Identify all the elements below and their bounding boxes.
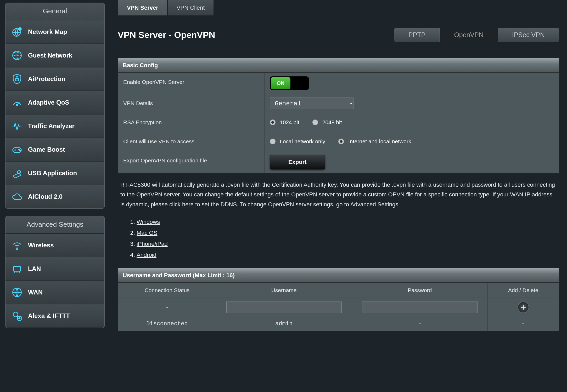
wifi-icon	[11, 239, 23, 252]
users-header: Add / Delete	[488, 283, 559, 298]
svg-point-13	[13, 312, 18, 317]
vpn-type-segments: PPTPOpenVPNIPSec VPN	[394, 28, 559, 42]
vpn-details-label: VPN Details	[118, 94, 265, 113]
add-user-button[interactable]	[518, 302, 529, 313]
os-link[interactable]: Windows	[137, 219, 160, 225]
radio-label: Internet and local network	[348, 138, 411, 145]
sidebar-item-label: Traffic Analyzer	[28, 122, 75, 130]
gamepad-icon	[11, 143, 23, 156]
enable-openvpn-label: Enable OpenVPN Server	[118, 73, 265, 94]
vpn-details-select[interactable]: General	[270, 98, 353, 109]
os-link[interactable]: Mac OS	[137, 230, 157, 236]
sidebar-item-label: Network Map	[28, 28, 67, 36]
sidebar-general-group: General Network MapGuest NetworkAiProtec…	[5, 3, 105, 209]
sidebar-item-label: WAN	[28, 289, 43, 296]
segment-ipsec-vpn[interactable]: IPSec VPN	[498, 28, 559, 42]
row-action: -	[488, 317, 559, 331]
users-header: Password	[352, 283, 488, 298]
globe-icon	[11, 286, 23, 299]
sidebar-item-label: Game Boost	[28, 146, 65, 153]
users-header: Username	[216, 283, 352, 298]
password-input[interactable]	[362, 302, 478, 313]
sidebar-item-usb-application[interactable]: USB Application	[5, 161, 104, 185]
radio-label: Local network only	[280, 138, 325, 145]
svg-point-4	[16, 104, 18, 106]
users-panel: Username and Password (Max Limit : 16) C…	[118, 268, 559, 331]
svg-point-10	[16, 249, 18, 250]
shield-lock-icon	[11, 73, 23, 85]
sidebar-item-game-boost[interactable]: Game Boost	[5, 138, 104, 161]
sidebar-item-label: Wireless	[28, 242, 54, 249]
top-tabs: VPN ServerVPN Client	[118, 0, 559, 16]
access-option[interactable]: Internet and local network	[338, 138, 411, 145]
row-password: -	[352, 317, 488, 331]
sidebar-item-guest-network[interactable]: Guest Network	[5, 44, 104, 67]
svg-rect-9	[17, 170, 21, 174]
ethernet-icon	[11, 263, 23, 275]
sidebar-item-aiprotection[interactable]: AiProtection	[5, 67, 104, 91]
description-text: RT-AC5300 will automatically generate a …	[120, 180, 557, 209]
sidebar-item-network-map[interactable]: Network Map	[5, 20, 104, 44]
page-title: VPN Server - OpenVPN	[118, 30, 215, 40]
svg-point-6	[19, 149, 20, 150]
svg-point-7	[19, 150, 20, 151]
sidebar-item-traffic-analyzer[interactable]: Traffic Analyzer	[5, 114, 104, 138]
os-list-item: Mac OS	[137, 228, 559, 238]
sidebar-item-label: LAN	[28, 265, 41, 272]
sidebar-item-label: Alexa & IFTTT	[28, 312, 70, 320]
rsa-encryption-label: RSA Encryption	[118, 113, 265, 132]
radio-label: 2048 bit	[322, 119, 342, 126]
users-input-row: -	[118, 298, 559, 317]
enable-openvpn-toggle[interactable]: ON	[270, 76, 309, 90]
radio-icon	[312, 120, 318, 125]
segment-pptp[interactable]: PPTP	[394, 28, 440, 42]
radio-icon	[270, 120, 276, 125]
os-link[interactable]: Android	[137, 252, 156, 258]
export-config-label: Export OpenVPN configuration file	[118, 151, 265, 173]
sidebar-advanced-title: Advanced Settings	[5, 216, 104, 234]
segment-openvpn[interactable]: OpenVPN	[440, 28, 498, 42]
globe-grid-icon	[11, 49, 23, 62]
svg-point-1	[19, 28, 21, 31]
os-list: WindowsMac OSiPhone/iPadAndroid	[137, 217, 559, 260]
sidebar-item-label: Guest Network	[28, 52, 72, 59]
users-header: Connection Status	[118, 283, 216, 298]
sidebar-item-label: Adaptive QoS	[28, 99, 69, 106]
sidebar-advanced-group: Advanced Settings WirelessLANWANAlexa & …	[5, 216, 105, 328]
export-button[interactable]: Export	[270, 155, 325, 169]
globe-pin-icon	[11, 26, 23, 38]
basic-config-title: Basic Config	[118, 58, 559, 73]
row-status: Disconnected	[118, 317, 216, 331]
sidebar-general-title: General	[5, 3, 104, 20]
sidebar-item-alexa-ifttt[interactable]: Alexa & IFTTT	[5, 304, 104, 328]
input-status: -	[118, 298, 216, 317]
os-link[interactable]: iPhone/iPad	[137, 241, 168, 247]
sidebar-item-aicloud-2-0[interactable]: AiCloud 2.0	[5, 185, 104, 208]
users-panel-title: Username and Password (Max Limit : 16)	[118, 268, 559, 283]
users-table: Connection StatusUsernamePasswordAdd / D…	[118, 283, 559, 331]
cloud-icon	[11, 190, 23, 203]
os-list-item: iPhone/iPad	[137, 238, 559, 249]
divider	[118, 53, 559, 53]
username-input[interactable]	[226, 302, 342, 313]
radio-label: 1024 bit	[280, 119, 299, 126]
sidebar-item-wireless[interactable]: Wireless	[5, 234, 104, 257]
radio-icon	[338, 139, 344, 144]
basic-config-panel: Basic Config Enable OpenVPN Server ON VP…	[118, 58, 559, 174]
rsa-option[interactable]: 1024 bit	[270, 119, 299, 126]
rsa-option[interactable]: 2048 bit	[312, 119, 342, 126]
sidebar-item-lan[interactable]: LAN	[5, 257, 104, 281]
os-list-item: Windows	[137, 217, 559, 228]
svg-rect-3	[16, 78, 19, 81]
alexa-icon	[11, 310, 23, 322]
sidebar-item-adaptive-qos[interactable]: Adaptive QoS	[5, 91, 104, 114]
tab-vpn-server[interactable]: VPN Server	[118, 0, 167, 16]
svg-rect-11	[14, 266, 20, 271]
gauge-icon	[11, 96, 23, 109]
access-option[interactable]: Local network only	[270, 138, 325, 145]
svg-rect-8	[13, 173, 21, 178]
ddns-here-link[interactable]: here	[182, 201, 194, 208]
sidebar-item-wan[interactable]: WAN	[5, 281, 104, 304]
toggle-on-label: ON	[271, 77, 290, 89]
tab-vpn-client[interactable]: VPN Client	[167, 0, 214, 16]
